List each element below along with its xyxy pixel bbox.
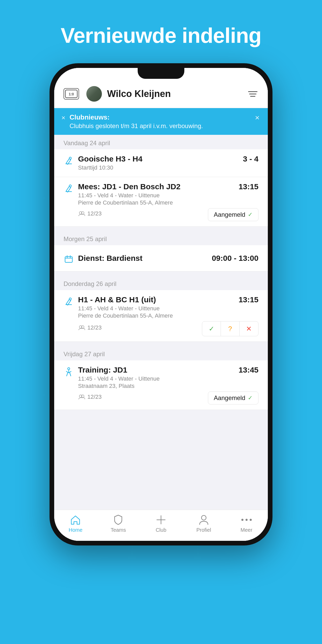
bardienst-title: Dienst: Bardienst [78,254,208,263]
aangemeld-label-jd1: Aangemeld [214,394,245,402]
aangemeld-button-jd1[interactable]: Aangemeld ✓ [208,391,258,404]
match-title-h1: H1 - AH & BC H1 (uit) [78,295,156,304]
match-card-gooische: Gooische H3 - H4 Starttijd 10:30 3 - 4 [54,149,268,177]
match-time-mees: 13:15 [239,182,258,191]
phone-notch [138,68,184,79]
svg-line-18 [67,373,68,376]
nav-item-profiel[interactable]: Profiel [182,510,225,536]
filter-icon[interactable] [247,88,258,100]
section-header-morgen: Morgen 25 april [54,231,268,245]
aangemeld-check-jd1: ✓ [248,395,253,401]
match-address-mees: Pierre de Coubertinlaan 55-A, Almere [78,199,258,206]
match-meta-h1: 12/23 [78,324,102,331]
nav-item-home[interactable]: Home [54,510,97,536]
svg-line-19 [70,373,71,376]
news-body: Clubhuis gesloten t/m 31 april i.v.m. ve… [69,122,251,130]
svg-point-25 [241,519,243,521]
news-banner: × Clubnieuws: Clubhuis gesloten t/m 31 a… [54,108,268,135]
match-card-h1: H1 - AH & BC H1 (uit) 13:15 11:45 - Veld… [54,290,268,342]
nav-label-profiel: Profiel [196,527,211,533]
match-line1-mees: 11:45 - Veld 4 - Water - Uittenue [78,192,258,199]
match-title-mees: Mees: JD1 - Den Bosch JD2 [78,182,180,191]
bottom-nav: Home Teams [54,510,268,541]
user-name: Wilco Kleijnen [107,88,242,99]
person-icon [198,514,209,526]
bardienst-card: Dienst: Bardienst 09:00 - 13:00 [54,245,268,271]
match-players-jd1: 12/23 [87,394,102,400]
svg-point-26 [246,519,248,521]
nav-label-teams: Teams [111,527,126,533]
bardienst-time: 09:00 - 13:00 [212,254,258,263]
match-line1-jd1: 11:45 - Veld 4 - Water - Uittenue [78,375,258,382]
match-address-jd1: Straatnaam 23, Plaats [78,383,258,389]
match-address-h1: Pierre de Coubertinlaan 55-A, Almere [78,312,258,319]
training-card-jd1: Training: JD1 13:45 11:45 - Veld 4 - Wat… [54,360,268,410]
match-meta-mees: 12/23 [78,210,102,217]
match-title-jd1: Training: JD1 [78,366,127,374]
section-header-vrijdag: Vrijdag 27 april [54,346,268,360]
nav-item-club[interactable]: Club [140,510,183,536]
club-icon [155,514,167,526]
news-text: Clubnieuws: Clubhuis gesloten t/m 31 apr… [69,113,251,130]
avail-yes-button[interactable]: ✓ [202,321,221,336]
avail-no-button[interactable]: ✕ [240,321,258,336]
hockey-icon-2 [64,183,74,194]
news-title: Clubnieuws: [69,113,251,121]
match-meta-jd1: 12/23 [78,394,102,400]
section-header-vandaag: Vandaag 24 april [54,135,268,149]
bardienst-icon [64,254,74,264]
match-players-mees: 12/23 [87,210,102,217]
match-line1-h1: 11:45 - Veld 4 - Water - Uittenue [78,305,258,312]
aangemeld-check-icon: ✓ [248,211,253,218]
scroll-area[interactable]: Vandaag 24 april [54,135,268,510]
svg-point-27 [250,519,252,521]
svg-point-16 [68,368,70,370]
avatar [86,86,102,102]
match-card-mees: Mees: JD1 - Den Bosch JD2 13:15 11:45 - … [54,177,268,227]
match-time-h1: 13:15 [239,295,258,304]
section-header-donderdag: Donderdag 26 april [54,276,268,290]
match-players-h1: 12/23 [87,324,102,331]
hockey-icon-3 [64,296,74,307]
nav-label-club: Club [156,527,166,533]
svg-point-4 [69,185,71,187]
match-score-gooische: 3 - 4 [243,155,258,163]
match-info-h1: H1 - AH & BC H1 (uit) 13:15 11:45 - Veld… [78,295,258,336]
home-icon [70,514,81,526]
match-title-gooische: Gooische H3 - H4 [78,155,239,163]
nav-item-teams[interactable]: Teams [97,510,140,536]
score-icon: 1:0 [64,88,79,100]
match-info-mees: Mees: JD1 - Den Bosch JD2 13:15 11:45 - … [78,182,258,221]
svg-rect-8 [65,257,72,262]
phone-screen: 1:0 Wilco Kleijnen [54,68,268,541]
meer-icon [241,514,252,526]
app-content: 1:0 Wilco Kleijnen [54,68,268,541]
svg-text:1:0: 1:0 [69,92,74,96]
aangemeld-label: Aangemeld [214,211,245,218]
page-title: Vernieuwde indeling [0,0,322,63]
svg-point-2 [69,157,71,159]
avail-maybe-button[interactable]: ? [221,321,240,336]
training-icon [64,367,74,377]
news-dismiss-icon[interactable]: × [61,114,65,122]
shield-icon [113,514,124,526]
aangemeld-button-mees[interactable]: Aangemeld ✓ [208,208,258,221]
match-info-gooische: Gooische H3 - H4 Starttijd 10:30 [78,155,239,172]
phone-frame: 1:0 Wilco Kleijnen [50,63,272,545]
nav-item-meer[interactable]: Meer [225,510,268,536]
match-time-jd1: 13:45 [239,366,258,374]
nav-label-home: Home [69,527,82,533]
news-close-icon[interactable]: × [255,113,260,122]
svg-point-24 [201,515,206,520]
svg-point-12 [69,298,71,300]
hockey-icon [64,156,74,166]
availability-buttons: ✓ ? ✕ [202,321,258,336]
match-info-jd1: Training: JD1 13:45 11:45 - Veld 4 - Wat… [78,366,258,404]
nav-label-meer: Meer [241,527,253,533]
match-subtitle-gooische: Starttijd 10:30 [78,164,239,171]
